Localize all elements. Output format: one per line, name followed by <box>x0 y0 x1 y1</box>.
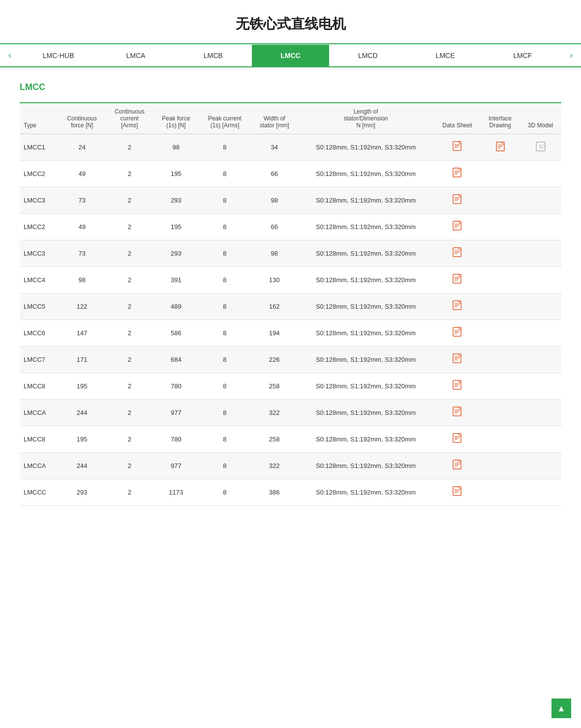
tab-lmcf[interactable]: LMCF <box>484 45 561 66</box>
interface-pdf-icon[interactable] <box>496 146 505 153</box>
cell-width: 258 <box>251 373 298 400</box>
cell-3d-model <box>520 187 561 214</box>
tab-lmc-hub[interactable]: LMC-HUB <box>20 45 97 66</box>
nav-right-arrow[interactable]: › <box>561 44 581 66</box>
pdf-icon[interactable] <box>453 488 461 498</box>
cell-length: S0:128mm, S1:192mm, S3:320mm <box>298 240 434 267</box>
cell-datasheet <box>433 267 481 293</box>
cell-datasheet <box>433 479 481 506</box>
cell-length: S0:128mm, S1:192mm, S3:320mm <box>298 479 434 506</box>
tab-lmcb[interactable]: LMCB <box>175 45 252 66</box>
cell-interface <box>481 214 520 240</box>
table-row: LMCC2492195866S0:128mm, S1:192mm, S3:320… <box>20 214 561 240</box>
tab-lmcd[interactable]: LMCD <box>329 45 406 66</box>
tab-lmca[interactable]: LMCA <box>97 45 174 66</box>
cell-peak-force: 1173 <box>153 479 199 506</box>
cell-peak-current: 8 <box>199 347 251 373</box>
cell-3d-model <box>520 240 561 267</box>
cell-cont-current: 2 <box>106 187 153 214</box>
section-title: LMCC <box>20 82 561 92</box>
cell-width: 322 <box>251 453 298 479</box>
cell-peak-current: 8 <box>199 267 251 293</box>
pdf-icon[interactable] <box>453 382 461 392</box>
cell-3d-model <box>520 479 561 506</box>
pdf-icon[interactable] <box>453 435 461 445</box>
cell-cont-current: 2 <box>106 240 153 267</box>
page-title: 无铁心式直线电机 <box>0 0 581 43</box>
cell-length: S0:128mm, S1:192mm, S3:320mm <box>298 187 434 214</box>
cell-width: 66 <box>251 214 298 240</box>
svg-text:3D: 3D <box>538 144 545 149</box>
cell-interface <box>481 320 520 347</box>
cell-cont-force: 24 <box>58 134 106 161</box>
tab-lmce[interactable]: LMCE <box>406 45 484 66</box>
cell-3d-model <box>520 373 561 400</box>
cell-peak-force: 780 <box>153 373 199 400</box>
cell-3d-model <box>520 347 561 373</box>
pdf-icon[interactable] <box>453 170 461 179</box>
cell-cont-force: 73 <box>58 187 106 214</box>
cell-cont-current: 2 <box>106 426 153 453</box>
cell-interface <box>481 267 520 293</box>
cell-datasheet <box>433 453 481 479</box>
cell-cont-current: 2 <box>106 320 153 347</box>
pdf-icon[interactable] <box>453 462 461 471</box>
nav-left-arrow[interactable]: ‹ <box>0 44 20 66</box>
cell-length: S0:128mm, S1:192mm, S3:320mm <box>298 400 434 426</box>
cell-datasheet <box>433 426 481 453</box>
pdf-icon[interactable] <box>453 196 461 206</box>
cell-datasheet <box>433 373 481 400</box>
cell-3d-model <box>520 293 561 320</box>
cell-length: S0:128mm, S1:192mm, S3:320mm <box>298 453 434 479</box>
col-header-peak-current: Peak current(1s) [Arms] <box>199 103 251 134</box>
table-row: LMCC512224898162S0:128mm, S1:192mm, S3:3… <box>20 293 561 320</box>
cell-peak-force: 586 <box>153 320 199 347</box>
navigation-bar: ‹ LMC-HUB LMCA LMCB LMCC LMCD LMCE LMCF … <box>0 43 581 67</box>
table-row: LMCCA24429778322S0:128mm, S1:192mm, S3:3… <box>20 453 561 479</box>
cell-length: S0:128mm, S1:192mm, S3:320mm <box>298 214 434 240</box>
cell-3d-model: 3D <box>520 134 561 161</box>
cell-interface <box>481 400 520 426</box>
pdf-icon[interactable] <box>453 143 461 153</box>
cell-cont-current: 2 <box>106 453 153 479</box>
pdf-icon[interactable] <box>453 302 461 312</box>
cell-cont-current: 2 <box>106 347 153 373</box>
table-row: LMCC3732293898S0:128mm, S1:192mm, S3:320… <box>20 187 561 214</box>
cell-datasheet <box>433 320 481 347</box>
cell-length: S0:128mm, S1:192mm, S3:320mm <box>298 161 434 187</box>
cell-cont-current: 2 <box>106 214 153 240</box>
cell-peak-current: 8 <box>199 161 251 187</box>
cell-peak-current: 8 <box>199 293 251 320</box>
pdf-icon[interactable] <box>453 329 461 339</box>
cell-datasheet <box>433 293 481 320</box>
cell-datasheet <box>433 161 481 187</box>
cell-peak-current: 8 <box>199 187 251 214</box>
cell-datasheet <box>433 347 481 373</box>
pdf-icon[interactable] <box>453 276 461 286</box>
cell-peak-current: 8 <box>199 214 251 240</box>
col-header-datasheet: Data Sheet <box>433 103 481 134</box>
cell-peak-force: 684 <box>153 347 199 373</box>
cell-width: 130 <box>251 267 298 293</box>
3d-model-icon[interactable]: 3D <box>536 145 546 153</box>
cell-length: S0:128mm, S1:192mm, S3:320mm <box>298 293 434 320</box>
cell-peak-force: 293 <box>153 240 199 267</box>
pdf-icon[interactable] <box>453 355 461 365</box>
cell-type: LMCC1 <box>20 134 58 161</box>
cell-datasheet <box>433 240 481 267</box>
pdf-icon[interactable] <box>453 408 461 418</box>
cell-cont-current: 2 <box>106 293 153 320</box>
cell-type: LMCCC <box>20 479 58 506</box>
col-header-peak-force: Peak force(1s) [N] <box>153 103 199 134</box>
pdf-icon[interactable] <box>453 249 461 259</box>
content-area: LMCC Type Continuousforce [N] Continuous… <box>0 67 581 521</box>
cell-cont-force: 98 <box>58 267 106 293</box>
cell-cont-force: 244 <box>58 400 106 426</box>
table-row: LMCC717126848226S0:128mm, S1:192mm, S3:3… <box>20 347 561 373</box>
pdf-icon[interactable] <box>453 223 461 233</box>
cell-width: 34 <box>251 134 298 161</box>
tab-lmcc[interactable]: LMCC <box>252 45 329 66</box>
cell-peak-force: 195 <box>153 214 199 240</box>
cell-peak-current: 8 <box>199 479 251 506</box>
table-row: LMCC49823918130S0:128mm, S1:192mm, S3:32… <box>20 267 561 293</box>
